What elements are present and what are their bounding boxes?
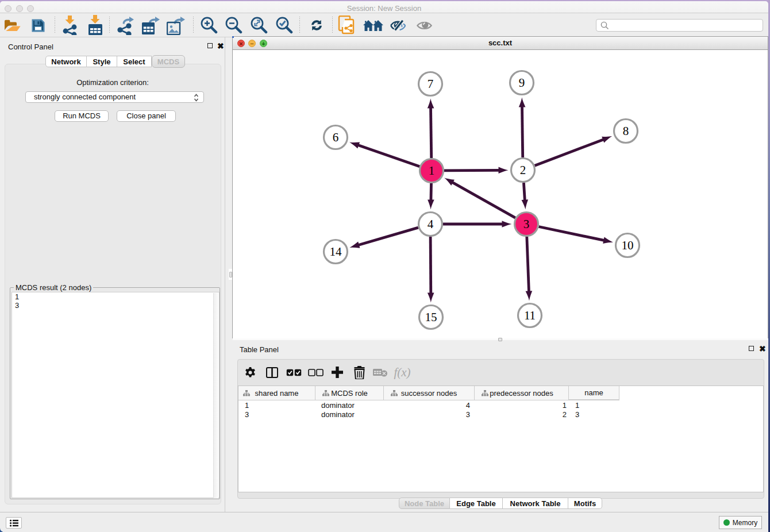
svg-text:10: 10 <box>622 238 634 252</box>
svg-text:11: 11 <box>524 309 536 322</box>
svg-text:1: 1 <box>429 164 435 178</box>
svg-text:3: 3 <box>523 217 530 231</box>
svg-text:8: 8 <box>623 124 629 138</box>
svg-text:15: 15 <box>425 310 437 324</box>
svg-text:6: 6 <box>333 130 339 144</box>
svg-text:2: 2 <box>520 163 526 177</box>
svg-text:4: 4 <box>428 217 434 231</box>
svg-text:9: 9 <box>519 76 525 90</box>
svg-text:7: 7 <box>428 77 434 91</box>
svg-text:14: 14 <box>330 245 342 259</box>
